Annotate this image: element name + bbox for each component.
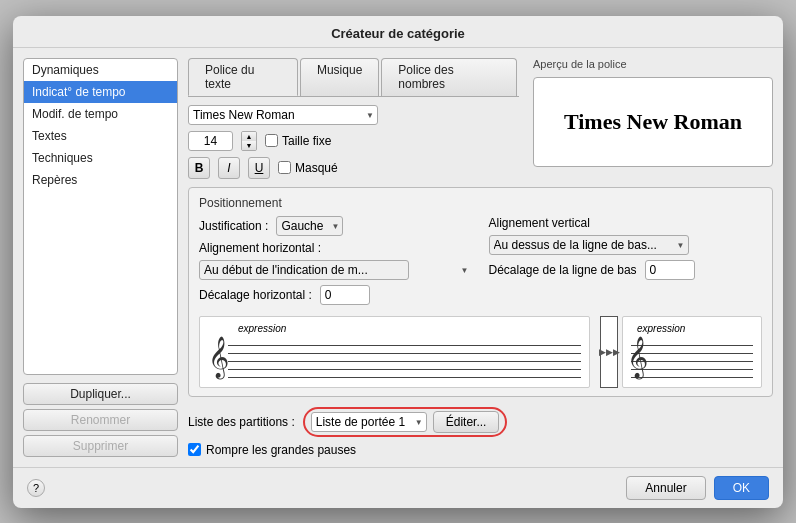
masked-label: Masqué [295, 161, 338, 175]
sidebar-item-indicat[interactable]: Indicat° de tempo [24, 81, 177, 103]
sidebar-item-reperes[interactable]: Repères [24, 169, 177, 191]
justification-row: Justification : Gauche [199, 216, 473, 236]
stepper-down[interactable]: ▼ [242, 141, 256, 150]
left-pane: Police du texte Musique Police des nombr… [188, 58, 519, 179]
bottom-area: Liste des partitions : Liste de portée 1… [188, 407, 773, 457]
tabs: Police du texte Musique Police des nombr… [188, 58, 519, 97]
v-align-select-wrapper: Au dessus de la ligne de bas... [489, 235, 689, 255]
staff-r-line-2 [631, 353, 753, 354]
treble-clef-right: 𝄞 [627, 339, 648, 375]
v-align-select-row: Au dessus de la ligne de bas... [489, 235, 763, 255]
partitions-select-wrapper: Liste de portée 1 [311, 412, 427, 432]
music-staff-right-wrapper: ▶▶▶ expression 𝄞 [600, 316, 762, 388]
expression-label-right: expression [637, 323, 685, 334]
partitions-label: Liste des partitions : [188, 415, 295, 429]
right-pane: Aperçu de la police Times New Roman [533, 58, 773, 167]
fixed-size-checkbox[interactable] [265, 134, 278, 147]
dialog-title: Créateur de catégorie [13, 16, 783, 48]
font-size-stepper: ▲ ▼ [241, 131, 257, 151]
format-row: B I U Masqué [188, 157, 519, 179]
pauses-checkbox[interactable] [188, 443, 201, 456]
preview-label: Aperçu de la police [533, 58, 773, 70]
baseline-offset-row: Décalage de la ligne de bas 0 [489, 260, 763, 280]
partition-oval: Liste de portée 1 Éditer... [303, 407, 508, 437]
italic-button[interactable]: I [218, 157, 240, 179]
preview-text: Times New Roman [564, 109, 742, 135]
staff-line-1 [228, 345, 581, 346]
font-name-select[interactable]: Times New Roman [188, 105, 378, 125]
sidebar-item-techniques[interactable]: Techniques [24, 147, 177, 169]
sidebar-list: Dynamiques Indicat° de tempo Modif. de t… [23, 58, 178, 375]
h-align-label: Alignement horizontal : [199, 241, 321, 255]
baseline-offset-input[interactable]: 0 [645, 260, 695, 280]
staff-line-4 [228, 369, 581, 370]
justification-label: Justification : [199, 219, 268, 233]
positioning-left: Justification : Gauche Alignement horizo… [199, 216, 473, 310]
font-size-row: 14 ▲ ▼ Taille fixe [188, 131, 519, 151]
help-button[interactable]: ? [27, 479, 45, 497]
repeat-symbol: ▶▶▶ [599, 347, 620, 357]
staff-line-5 [228, 377, 581, 378]
sidebar-item-dynamiques[interactable]: Dynamiques [24, 59, 177, 81]
duplicate-button[interactable]: Dupliquer... [23, 383, 178, 405]
ok-button[interactable]: OK [714, 476, 769, 500]
edit-button[interactable]: Éditer... [433, 411, 500, 433]
tab-musique[interactable]: Musique [300, 58, 379, 96]
v-align-title: Alignement vertical [489, 216, 590, 230]
font-name-row: Times New Roman [188, 105, 519, 125]
h-align-select-row: Au début de l'indication de m... [199, 260, 473, 280]
tab-police-texte[interactable]: Police du texte [188, 58, 298, 96]
fixed-size-row: Taille fixe [265, 134, 331, 148]
cancel-button[interactable]: Annuler [626, 476, 705, 500]
expression-label-left: expression [238, 323, 286, 334]
stepper-up[interactable]: ▲ [242, 132, 256, 141]
h-align-row: Alignement horizontal : [199, 241, 473, 255]
justification-select-wrapper: Gauche [276, 216, 343, 236]
positioning-section: Positionnement Justification : Gauche [188, 187, 773, 397]
h-offset-row: Décalage horizontal : 0 [199, 285, 473, 305]
treble-clef: 𝄞 [208, 339, 229, 375]
h-align-select-wrapper: Au début de l'indication de m... [199, 260, 473, 280]
h-offset-label: Décalage horizontal : [199, 288, 312, 302]
sidebar: Dynamiques Indicat° de tempo Modif. de t… [23, 58, 178, 457]
music-preview: expression 𝄞 ▶▶▶ [199, 316, 762, 388]
main-content: Police du texte Musique Police des nombr… [188, 58, 773, 457]
font-section: Times New Roman 14 ▲ ▼ [188, 105, 519, 179]
fixed-size-label: Taille fixe [282, 134, 331, 148]
baseline-offset-label: Décalage de la ligne de bas [489, 263, 637, 277]
partitions-row: Liste des partitions : Liste de portée 1… [188, 407, 773, 437]
dialog-footer: ? Annuler OK [13, 467, 783, 508]
staff-r-line-4 [631, 369, 753, 370]
masked-row: Masqué [278, 161, 338, 175]
pauses-label: Rompre les grandes pauses [206, 443, 356, 457]
dialog: Créateur de catégorie Dynamiques Indicat… [13, 16, 783, 508]
delete-button[interactable]: Supprimer [23, 435, 178, 457]
masked-checkbox[interactable] [278, 161, 291, 174]
staff-r-line-3 [631, 361, 753, 362]
positioning-right: Alignement vertical Au dessus de la lign… [489, 216, 763, 310]
partitions-select[interactable]: Liste de portée 1 [311, 412, 427, 432]
h-offset-input[interactable]: 0 [320, 285, 370, 305]
font-size-input[interactable]: 14 [188, 131, 233, 151]
font-select-wrapper: Times New Roman [188, 105, 378, 125]
music-staff-right: expression 𝄞 [622, 316, 762, 388]
staff-line-2 [228, 353, 581, 354]
staff-line-3 [228, 361, 581, 362]
v-align-select[interactable]: Au dessus de la ligne de bas... [489, 235, 689, 255]
sidebar-item-textes[interactable]: Textes [24, 125, 177, 147]
staff-r-line-1 [631, 345, 753, 346]
justification-select[interactable]: Gauche [276, 216, 343, 236]
font-preview: Times New Roman [533, 77, 773, 167]
pauses-row: Rompre les grandes pauses [188, 443, 773, 457]
sidebar-item-modif[interactable]: Modif. de tempo [24, 103, 177, 125]
positioning-title: Positionnement [199, 196, 762, 210]
tab-police-nombres[interactable]: Police des nombres [381, 58, 517, 96]
music-staff-left: expression 𝄞 [199, 316, 590, 388]
underline-button[interactable]: U [248, 157, 270, 179]
v-align-title-row: Alignement vertical [489, 216, 763, 230]
bold-button[interactable]: B [188, 157, 210, 179]
sidebar-buttons: Dupliquer... Renommer Supprimer [23, 383, 178, 457]
rename-button[interactable]: Renommer [23, 409, 178, 431]
h-align-select[interactable]: Au début de l'indication de m... [199, 260, 409, 280]
top-row: Police du texte Musique Police des nombr… [188, 58, 773, 179]
